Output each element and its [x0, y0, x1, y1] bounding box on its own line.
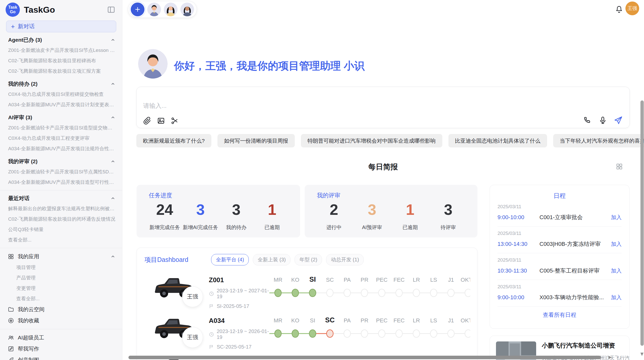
daily-brief-header: 每日简报: [136, 161, 630, 172]
sidebar-task-item[interactable]: Z001-全新燃油皮卡产品开发项目SI节点Lesson Learn报告: [0, 45, 122, 55]
recent-conversation-item[interactable]: C02-飞腾新能源轻客改款项目的闭环通告反馈情况: [0, 214, 122, 224]
news-title: 小鹏飞行汽车制造公司增资: [542, 341, 630, 350]
chat-input[interactable]: [143, 102, 550, 115]
suggestion-chip[interactable]: 当下年轻人对汽车外观有怎样的喜好趋势: [553, 134, 644, 147]
new-chat-button[interactable]: + 新对话: [6, 21, 116, 32]
sidebar-divider: [0, 248, 122, 248]
dashboard-filter-tab[interactable]: 动总开发 (1): [326, 254, 364, 265]
sidebar-section-header[interactable]: Agent已办 (3): [0, 35, 122, 45]
join-meeting-link[interactable]: 加入: [611, 241, 622, 248]
project-code: Z001: [209, 276, 269, 284]
suggestion-chip[interactable]: 比亚迪全固态电池计划具体说了什么: [448, 134, 547, 147]
project-owner-badge: 王强: [182, 327, 203, 348]
sidebar-item-my-apps[interactable]: 我的应用: [0, 251, 122, 262]
sidebar-section-header[interactable]: 我的评审 (2): [0, 156, 122, 167]
sidebar-task-item[interactable]: C0X4-动力总成开发项目工程变更评审: [0, 133, 122, 143]
horizontal-scrollbar[interactable]: [128, 356, 601, 359]
my-apps-item[interactable]: 变更管理: [0, 283, 122, 293]
svg-text:FEC: FEC: [393, 317, 405, 324]
chevron-up-icon: [110, 81, 115, 86]
sidebar-task-item[interactable]: A034-全新新能源MUV产品开发项目计划变更表编写: [0, 99, 122, 110]
conversation-avatar-3[interactable]: [180, 3, 194, 16]
stat-label: 新增完成任务: [147, 224, 183, 231]
recent-conversation-item[interactable]: 公司Q3轻卡销量: [0, 224, 122, 235]
join-meeting-link[interactable]: 加入: [611, 294, 622, 301]
sidebar-task-item[interactable]: A034-全新新能源MUV产品开发项目法规符合性评审: [0, 143, 122, 154]
project-row[interactable]: 王强A0342023-12-19 ~ 2026-01-19SC-2025-05-…: [144, 315, 470, 356]
svg-text:J1: J1: [448, 277, 454, 283]
conversation-avatar-2[interactable]: [164, 3, 178, 16]
project-row[interactable]: 王强Z0012023-12-19 ~ 2027-01-19SI-2025-05-…: [144, 275, 470, 315]
scroll-down-arrow-icon[interactable]: [640, 353, 643, 356]
apps-view-all[interactable]: 查看全部...: [0, 293, 122, 304]
suggestion-chip[interactable]: 如何写一份清晰的项目周报: [217, 134, 295, 147]
send-icon[interactable]: [614, 116, 623, 125]
schedule-date: 2025/03/11: [497, 204, 622, 209]
svg-text:SC: SC: [326, 277, 334, 283]
sidebar-section-header[interactable]: AI评审 (3): [0, 112, 122, 123]
sidebar-item-my-cloud-space[interactable]: 我的云空间: [0, 304, 122, 315]
stat-label: 待评审: [429, 224, 467, 231]
vertical-scrollbar[interactable]: [640, 100, 644, 346]
chat-input-card: [136, 87, 630, 128]
join-meeting-link[interactable]: 加入: [611, 267, 622, 274]
dashboard-filter-tab[interactable]: 全新上装 (3): [253, 254, 290, 265]
sidebar-task-item[interactable]: A034-全新新能源MUV产品开发项目造型可行性评审: [0, 177, 122, 187]
grid-view-icon[interactable]: [616, 163, 623, 170]
sidebar-item-label: 帮我写作: [18, 345, 39, 352]
schedule-entry: 2025/03/1110:30-11:30C005-整车工程目标评审加入: [497, 253, 622, 280]
section-title: 我的待办 (2): [8, 80, 38, 87]
suggestion-chip[interactable]: 欧洲新规最近颁布了什么?: [136, 134, 211, 147]
sidebar-task-item[interactable]: C0X4-动力总成开发项目SI里程碑提交物检查: [0, 89, 122, 99]
sidebar-item-help-me-write[interactable]: 帮我写作: [0, 343, 122, 354]
sidebar-item-creative-drawing[interactable]: 创意制图: [0, 354, 122, 360]
svg-text:OKTB: OKTB: [461, 277, 470, 283]
recent-view-all[interactable]: 查看全部...: [0, 235, 122, 245]
phone-call-icon[interactable]: [583, 116, 592, 125]
sidebar-item-ai-super-staff[interactable]: AI超级员工: [0, 332, 122, 343]
user-avatar[interactable]: 王强: [625, 2, 639, 15]
conversation-avatar-1[interactable]: [147, 3, 161, 16]
schedule-entry: 2025/03/1113:00-14:30C003|H0B-方案冻结评审加入: [497, 227, 622, 253]
project-milestones: MRKOSISCPAPRPECFECLRLSJ1OKTB: [269, 315, 470, 356]
image-upload-icon[interactable]: [157, 117, 165, 125]
sidebar-task-item[interactable]: Z001-全新燃油轻卡产品开发项目SI节点属性5D文件评审: [0, 167, 122, 177]
sidebar-collapse-icon[interactable]: [106, 4, 116, 15]
sidebar-header: Task Go TaskGo: [0, 0, 122, 17]
sidebar-task-item[interactable]: C02-飞腾新能源轻客改款项目里程碑画布: [0, 55, 122, 66]
stat-value: 1: [391, 201, 429, 218]
sidebar-section-header[interactable]: 我的待办 (2): [0, 79, 122, 89]
dashboard-filter-tab[interactable]: 全新平台 (4): [211, 254, 249, 265]
svg-text:FEC: FEC: [393, 277, 405, 283]
schedule-event-title: C005-整车工程目标评审: [539, 267, 607, 275]
stat-item: 3我的待办: [218, 201, 254, 231]
recent-conversations-header[interactable]: 最近对话: [0, 193, 122, 203]
section-title: 我的评审 (2): [8, 158, 38, 165]
my-apps-item[interactable]: 产品管理: [0, 273, 122, 283]
scissors-icon[interactable]: [171, 117, 179, 125]
sidebar-task-item[interactable]: Z001-全新燃油轻卡产品开发项目SI造型提交物评审: [0, 123, 122, 133]
recent-conversation-item[interactable]: 解释最新出台的欧盟报废车法规再生塑料比例被调至15%...: [0, 203, 122, 214]
conversation-avatar-strip: [128, 1, 197, 18]
microphone-icon[interactable]: [598, 116, 607, 125]
sidebar-task-item[interactable]: C02-飞腾新能源轻客改款项目立项汇报方案: [0, 66, 122, 76]
view-all-schedule-link[interactable]: 查看所有日程: [497, 307, 622, 323]
dashboard-filter-tab[interactable]: 年型 (2): [295, 254, 322, 265]
stat-item: 3AI预评审: [353, 201, 391, 231]
flag-icon: [209, 344, 214, 350]
sidebar-item-my-favorites[interactable]: 我的收藏: [0, 315, 122, 326]
project-owner-badge: 王强: [182, 286, 203, 307]
suggestion-chip[interactable]: 特朗普可能对进口汽车增税会对中国车企造成哪些影响: [301, 134, 442, 147]
star-badge-icon: [8, 317, 14, 324]
scroll-right-arrow-icon[interactable]: [608, 356, 612, 359]
notification-bell-icon[interactable]: [615, 5, 623, 14]
svg-text:SC: SC: [325, 316, 335, 324]
add-conversation-button[interactable]: [131, 3, 144, 16]
grid-icon: [8, 253, 14, 260]
stat-label: 进行中: [315, 224, 353, 231]
project-thumbnail: 王强: [144, 315, 209, 356]
sidebar: Task Go TaskGo + 新对话 Agent已办 (3)Z001-全新燃…: [0, 0, 122, 360]
my-apps-item[interactable]: 项目管理: [0, 262, 122, 273]
attachment-icon[interactable]: [143, 117, 151, 125]
join-meeting-link[interactable]: 加入: [611, 214, 622, 221]
